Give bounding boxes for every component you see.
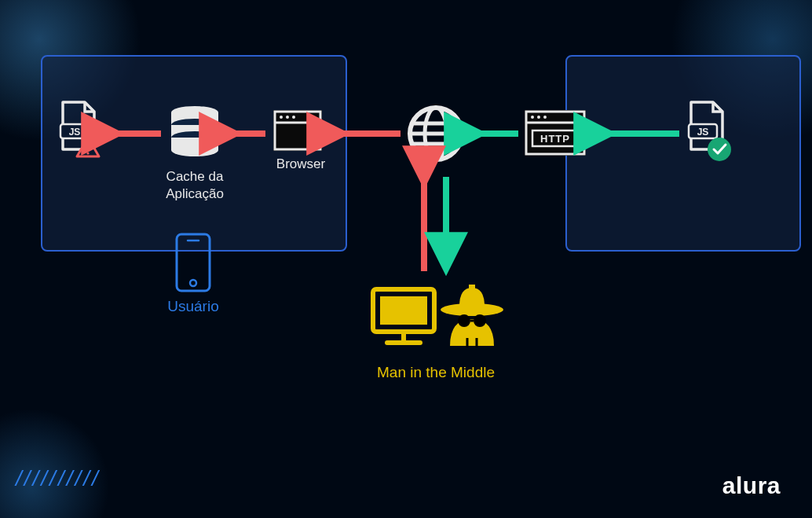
js-file-compromised-icon: JS	[60, 102, 99, 156]
spy-icon	[441, 285, 503, 347]
svg-point-12	[292, 116, 295, 119]
browser-window-icon	[273, 110, 322, 151]
svg-point-22	[537, 116, 540, 119]
label-cache: Cache daAplicação	[155, 168, 234, 203]
http-window-icon: HTTP	[525, 110, 586, 156]
svg-point-10	[280, 116, 283, 119]
mitm-computer-icon	[373, 289, 434, 343]
svg-point-11	[286, 116, 289, 119]
label-mitm: Man in the Middle	[346, 363, 526, 383]
svg-rect-37	[469, 285, 475, 289]
globe-icon	[410, 108, 462, 160]
diagram-svg: JS HTTP	[0, 0, 812, 518]
svg-point-3	[86, 152, 89, 154]
js-file-verified-icon: JS	[689, 102, 731, 161]
svg-point-23	[543, 116, 547, 119]
label-browser: Browser	[273, 156, 328, 173]
brand-hatching: //////////	[16, 466, 101, 491]
svg-point-28	[708, 138, 731, 161]
cache-database-icon	[171, 106, 218, 156]
svg-point-39	[474, 314, 486, 327]
svg-text:HTTP: HTTP	[540, 133, 570, 145]
svg-text:JS: JS	[69, 127, 81, 138]
svg-point-21	[531, 116, 534, 119]
smartphone-icon	[177, 234, 210, 291]
svg-text:JS: JS	[697, 127, 709, 138]
svg-rect-33	[380, 296, 427, 325]
svg-point-38	[458, 314, 470, 327]
label-user: Usuário	[157, 297, 229, 317]
svg-point-31	[190, 280, 196, 286]
svg-rect-29	[177, 234, 210, 291]
brand-logo: alura	[722, 472, 781, 499]
